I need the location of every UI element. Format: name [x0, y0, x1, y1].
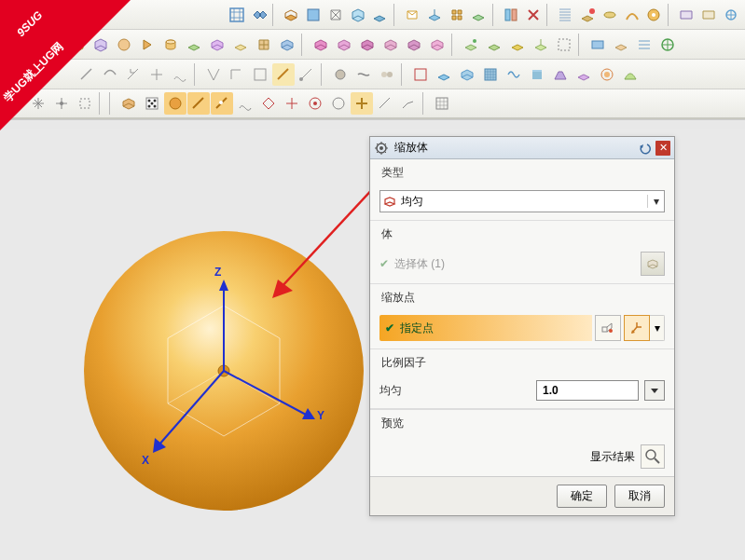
- tool-icon[interactable]: [549, 63, 572, 86]
- tool-icon[interactable]: [501, 4, 522, 26]
- tool-icon[interactable]: [522, 4, 544, 26]
- tool-icon[interactable]: [402, 4, 423, 26]
- tool-icon[interactable]: [379, 34, 402, 56]
- tool-icon[interactable]: [117, 92, 140, 115]
- tool-active-icon[interactable]: [351, 92, 373, 115]
- tool-icon[interactable]: [183, 34, 205, 56]
- type-combo[interactable]: 均匀 ▾: [379, 190, 665, 212]
- select-body-row[interactable]: ✔ 选择体 (1): [379, 252, 665, 276]
- tool-active-icon[interactable]: [272, 63, 295, 86]
- tool-icon[interactable]: [352, 63, 375, 86]
- tool-icon[interactable]: [253, 34, 275, 56]
- tool-icon[interactable]: [324, 4, 346, 26]
- tool-icon[interactable]: [468, 4, 490, 26]
- body-picker-button[interactable]: [641, 252, 665, 276]
- tool-icon[interactable]: [76, 63, 98, 86]
- uniform-value-input[interactable]: [536, 380, 639, 401]
- tool-icon[interactable]: [433, 63, 455, 86]
- tool-icon[interactable]: [619, 63, 642, 86]
- tool-icon[interactable]: [483, 34, 505, 56]
- tool-icon[interactable]: [633, 34, 655, 56]
- tool-icon[interactable]: [145, 63, 168, 86]
- undo-icon[interactable]: [637, 141, 652, 156]
- tool-icon[interactable]: [596, 63, 618, 86]
- tool-icon[interactable]: [159, 34, 182, 56]
- tool-icon[interactable]: [643, 4, 665, 26]
- tool-icon[interactable]: [234, 92, 256, 115]
- tool-icon[interactable]: [456, 63, 478, 86]
- tool-icon[interactable]: [697, 4, 719, 26]
- tool-icon[interactable]: [329, 63, 352, 86]
- point-dialog-button[interactable]: [595, 315, 621, 341]
- tool-icon[interactable]: [281, 92, 303, 115]
- tool-icon[interactable]: [310, 34, 332, 56]
- tool-icon[interactable]: [599, 4, 620, 26]
- tool-icon[interactable]: [409, 63, 432, 86]
- tool-icon[interactable]: [426, 34, 448, 56]
- tool-icon[interactable]: [122, 63, 145, 86]
- cancel-button[interactable]: 取消: [614, 485, 665, 508]
- tool-icon[interactable]: [66, 34, 89, 56]
- close-button[interactable]: ✕: [655, 141, 670, 156]
- tool-icon[interactable]: [327, 92, 350, 115]
- tool-icon[interactable]: [460, 34, 482, 56]
- tool-icon[interactable]: [369, 4, 391, 26]
- tool-icon[interactable]: [610, 34, 632, 56]
- ok-button[interactable]: 确定: [557, 485, 607, 508]
- tool-icon[interactable]: [526, 63, 548, 86]
- tool-icon[interactable]: [479, 63, 502, 86]
- tool-icon[interactable]: [249, 63, 271, 86]
- collapse-icon[interactable]: ゝ: [654, 226, 665, 242]
- tool-icon[interactable]: [656, 34, 679, 56]
- tool-icon[interactable]: [169, 63, 191, 86]
- tool-icon[interactable]: [720, 4, 741, 26]
- tool-icon[interactable]: [397, 92, 420, 115]
- tool-icon[interactable]: [446, 4, 467, 26]
- tool-icon[interactable]: [506, 34, 529, 56]
- tool-icon[interactable]: [423, 4, 445, 26]
- tool-icon[interactable]: [276, 34, 298, 56]
- tool-icon[interactable]: [553, 34, 575, 56]
- tool-icon[interactable]: [90, 34, 112, 56]
- tool-icon[interactable]: [621, 4, 642, 26]
- tool-icon[interactable]: [376, 63, 398, 86]
- tool-icon[interactable]: [202, 63, 225, 86]
- tool-icon[interactable]: [281, 4, 302, 26]
- tool-icon[interactable]: [257, 92, 280, 115]
- inferred-point-button[interactable]: [624, 315, 650, 341]
- tool-icon[interactable]: [74, 92, 96, 115]
- tool-icon[interactable]: [555, 4, 576, 26]
- tool-icon[interactable]: [403, 34, 425, 56]
- tool-icon[interactable]: [503, 63, 525, 86]
- tool-active-icon[interactable]: [187, 92, 210, 115]
- tool-icon[interactable]: [50, 92, 73, 115]
- tool-icon[interactable]: [206, 34, 228, 56]
- point-dropdown[interactable]: ▾: [650, 315, 665, 341]
- tool-icon[interactable]: [296, 63, 318, 86]
- show-result-button[interactable]: [641, 444, 665, 469]
- dropdown-icon[interactable]: ▾: [647, 195, 664, 208]
- tool-icon[interactable]: [226, 63, 248, 86]
- tool-icon[interactable]: [226, 4, 247, 26]
- tool-icon[interactable]: [586, 34, 609, 56]
- tool-active-icon[interactable]: [211, 92, 233, 115]
- tool-icon[interactable]: [347, 4, 368, 26]
- specify-point-row[interactable]: ✔ 指定点 ▾: [379, 315, 665, 341]
- tool-icon[interactable]: [573, 63, 595, 86]
- tool-icon[interactable]: [304, 92, 326, 115]
- tool-icon[interactable]: [113, 34, 135, 56]
- collapse-icon[interactable]: ゝ: [654, 416, 665, 431]
- tool-icon[interactable]: [303, 4, 324, 26]
- tool-icon[interactable]: [676, 4, 697, 26]
- tool-active-icon[interactable]: [164, 92, 186, 115]
- tool-icon[interactable]: [248, 4, 269, 26]
- tool-icon[interactable]: [530, 34, 552, 56]
- tool-icon[interactable]: [27, 92, 49, 115]
- value-dropdown-button[interactable]: [644, 380, 665, 401]
- collapse-icon[interactable]: ゝ: [654, 355, 665, 371]
- collapse-icon[interactable]: ゝ: [654, 290, 665, 306]
- tool-icon[interactable]: [577, 4, 599, 26]
- tool-icon[interactable]: [374, 92, 396, 115]
- tool-icon[interactable]: [229, 34, 252, 56]
- tool-icon[interactable]: [141, 92, 163, 115]
